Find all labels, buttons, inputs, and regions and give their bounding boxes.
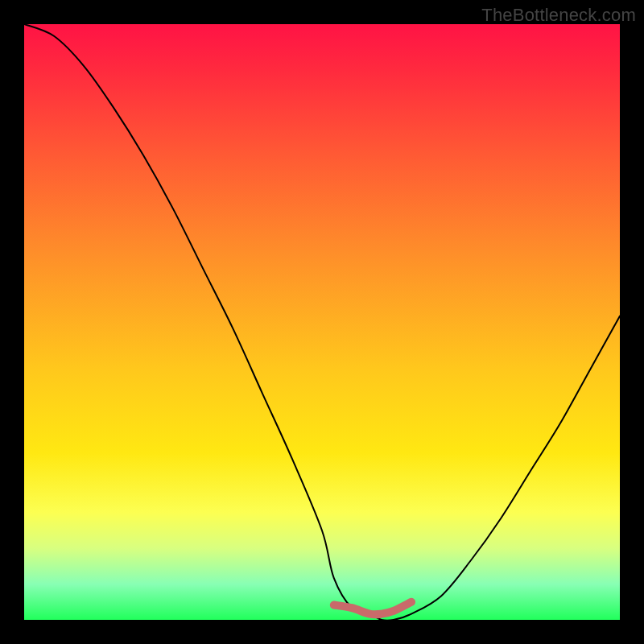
chart-frame: TheBottleneck.com: [0, 0, 644, 644]
bottleneck-curve-path: [24, 24, 620, 620]
watermark-text: TheBottleneck.com: [481, 5, 636, 26]
chart-svg: [24, 24, 620, 620]
optimal-zone-path: [334, 602, 411, 615]
plot-area: [24, 24, 620, 620]
